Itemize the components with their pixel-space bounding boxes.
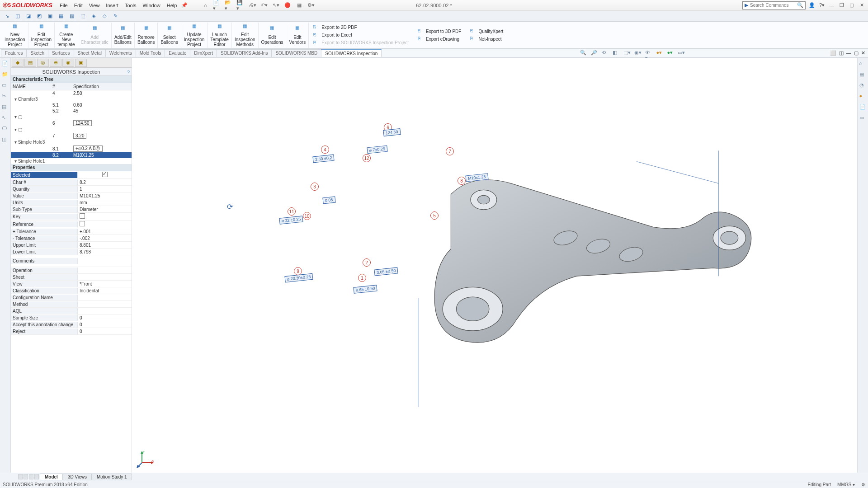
cube6-icon[interactable]: ▧: [68, 12, 76, 20]
fm-tab-6[interactable]: ▣: [75, 59, 87, 67]
tree-row[interactable]: 8.1⌖⌀0.2 A B㉾: [11, 145, 132, 152]
rail-folder-icon[interactable]: 📁: [2, 71, 9, 79]
ribbon-btn-11[interactable]: ▦EditVendors: [286, 23, 309, 48]
ribbon-btn-2[interactable]: ▦CreateNewtemplate: [55, 23, 78, 48]
menu-insert[interactable]: Insert: [106, 3, 118, 8]
tab-sketch[interactable]: Sketch: [26, 49, 48, 57]
rail-monitor-icon[interactable]: 🖵: [2, 126, 9, 133]
prop-row[interactable]: Upper Limit8.801: [11, 242, 132, 249]
zoom-fit-icon[interactable]: 🔍: [580, 50, 587, 57]
fm-tab-4[interactable]: ⊕: [50, 59, 61, 67]
cube3-icon[interactable]: ◩: [35, 12, 43, 20]
tree-row[interactable]: ▾ ▢: [11, 114, 132, 120]
rebuild-icon[interactable]: 🔴: [283, 1, 292, 9]
prop-row[interactable]: Accept this annotation change0: [11, 321, 132, 328]
balloon-2[interactable]: 2: [363, 258, 371, 267]
balloon-7[interactable]: 7: [446, 147, 454, 155]
cube4-icon[interactable]: ▣: [46, 12, 54, 20]
options-icon[interactable]: ▦: [295, 1, 303, 9]
viewport-split-icon[interactable]: ◫: [839, 50, 844, 56]
tree-row[interactable]: 5.10.60: [11, 102, 132, 108]
ribbon-btn-4[interactable]: ▦Add/EditBalloons: [112, 23, 135, 48]
balloon-1[interactable]: 1: [358, 274, 366, 282]
prop-row[interactable]: Lower Limit8.798: [11, 249, 132, 255]
box2-icon[interactable]: ◈: [90, 12, 98, 20]
viewport-max-icon[interactable]: ▢: [854, 50, 859, 56]
arrow-icon[interactable]: ↘: [3, 12, 11, 20]
tab-mold-tools[interactable]: Mold Tools: [136, 49, 165, 57]
characteristic-tree[interactable]: NAME # Specification 42.50▾ Chamfer35.10…: [11, 83, 132, 164]
settings-icon[interactable]: ⚙▾: [307, 1, 315, 9]
balloon-5[interactable]: 5: [430, 211, 439, 220]
prop-row[interactable]: + Tolerance+.001: [11, 228, 132, 235]
balloon-3[interactable]: 3: [311, 183, 319, 191]
box3-icon[interactable]: ◇: [100, 12, 108, 20]
menu-tools[interactable]: Tools: [125, 3, 137, 8]
close-icon[interactable]: ✕: [858, 2, 865, 9]
viewport-min-icon[interactable]: —: [846, 50, 851, 56]
tab-features[interactable]: Features: [1, 49, 27, 57]
balloon-10[interactable]: 10: [303, 212, 311, 220]
tree-row[interactable]: ▾ ▢: [11, 127, 132, 132]
bottom-tab-3d-views[interactable]: 3D Views: [63, 474, 92, 480]
view-orient-icon[interactable]: ⬚▾: [623, 50, 631, 57]
select-icon[interactable]: ↖▾: [272, 1, 280, 9]
prop-row[interactable]: Configuration Name: [11, 294, 132, 301]
view-settings-icon[interactable]: ▭▾: [678, 50, 685, 57]
prop-row[interactable]: Reference: [11, 221, 132, 228]
ribbon-btn-6[interactable]: ▦SelectBalloons: [158, 23, 181, 48]
rail-copy-icon[interactable]: ◫: [2, 136, 9, 144]
maximize-icon[interactable]: ▢: [848, 2, 855, 9]
rail-doc-icon[interactable]: 📄: [2, 61, 9, 68]
rr-doc-icon[interactable]: 📄: [859, 104, 867, 111]
appearance-icon[interactable]: ●▾: [656, 50, 663, 57]
prop-row[interactable]: Sheet: [11, 274, 132, 281]
tree-row[interactable]: ▾ Simple Hole1: [11, 158, 132, 164]
tab-dimxpert[interactable]: DimXpert: [190, 49, 217, 57]
menu-window[interactable]: Window: [143, 3, 160, 8]
viewport-close-icon[interactable]: ✕: [861, 50, 865, 56]
prop-row[interactable]: Sample Size0: [11, 314, 132, 321]
minimize-icon[interactable]: —: [828, 2, 835, 9]
ribbon-btn-7[interactable]: ▦UpdateInspectionProject: [181, 23, 208, 48]
rr-orb-icon[interactable]: ●: [859, 93, 867, 100]
ribbon-mini-1-0[interactable]: ⎘Export to 3D PDF: [416, 28, 463, 35]
pin-icon[interactable]: 📌: [181, 2, 188, 8]
tab-weldments[interactable]: Weldments: [105, 49, 136, 57]
ribbon-btn-1[interactable]: ▦EditInspectionProject: [28, 23, 55, 48]
prop-row[interactable]: - Tolerance-.002: [11, 235, 132, 242]
search-icon[interactable]: 🔍: [797, 2, 803, 8]
ribbon-btn-5[interactable]: ▦RemoveBalloons: [135, 23, 158, 48]
tree-row[interactable]: ▾ Simple Hole3: [11, 139, 132, 145]
search-run-icon[interactable]: ▶: [745, 2, 748, 8]
rr-home-icon[interactable]: ⌂: [859, 61, 867, 68]
rr-tree-icon[interactable]: ▤: [859, 71, 867, 79]
properties-grid[interactable]: Selected Char #8.2Quantity1ValueM10X1.25…: [11, 171, 132, 473]
dimension-label[interactable]: 0.05: [322, 197, 335, 204]
rail-box-icon[interactable]: ▭: [2, 82, 9, 89]
prop-row[interactable]: AQL: [11, 308, 132, 314]
pencil-icon[interactable]: ✎: [111, 12, 119, 20]
section-icon[interactable]: ◧: [613, 50, 620, 57]
fm-tab-2[interactable]: ▤: [24, 59, 36, 67]
ribbon-btn-10[interactable]: ▦EditOperations: [259, 23, 287, 48]
ribbon-mini-0-0[interactable]: ⎘Export to 2D PDF: [311, 24, 410, 31]
bottom-tab-model[interactable]: Model: [40, 474, 63, 480]
menu-edit[interactable]: Edit: [74, 3, 83, 8]
balloon-11[interactable]: 11: [288, 207, 296, 216]
tab-solidworks-mbd[interactable]: SOLIDWORKS MBD: [271, 49, 321, 57]
tab-solidworks-add-ins[interactable]: SOLIDWORKS Add-Ins: [217, 49, 272, 57]
help-popup-icon[interactable]: ?: [127, 68, 130, 76]
fm-tab-5[interactable]: ◉: [62, 59, 74, 67]
prop-row[interactable]: Reject0: [11, 328, 132, 335]
prop-row[interactable]: Key: [11, 213, 132, 221]
menu-view[interactable]: View: [89, 3, 100, 8]
cube2-icon[interactable]: ◪: [24, 12, 33, 20]
rr-tab-icon[interactable]: ▭: [859, 115, 867, 122]
tree-row[interactable]: ▾ Chamfer3: [11, 96, 132, 102]
cube-icon[interactable]: ◫: [14, 12, 22, 20]
ribbon-mini-1-1[interactable]: ⎘Export eDrawing: [416, 35, 463, 42]
menu-help[interactable]: Help: [167, 3, 177, 8]
selected-checkbox[interactable]: [102, 172, 108, 177]
ribbon-btn-9[interactable]: ▦EditInspectionMethods: [232, 23, 259, 48]
